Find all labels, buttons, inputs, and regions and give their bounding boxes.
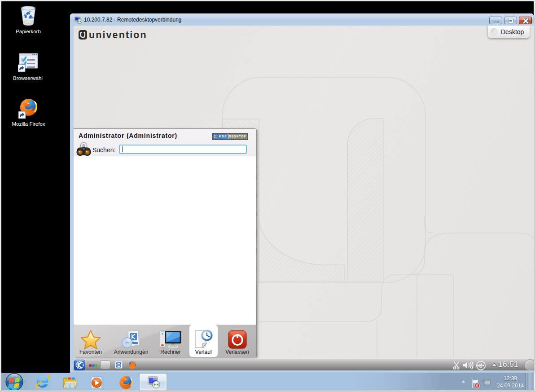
svg-text:univention: univention [89, 30, 146, 40]
